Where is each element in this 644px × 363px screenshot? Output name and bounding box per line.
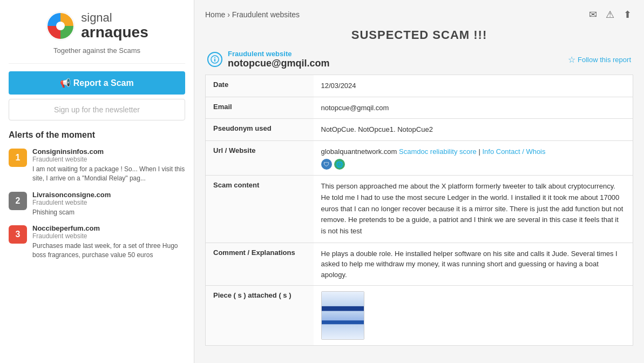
breadcrumb: Home › Fraudulent websites <box>205 10 300 19</box>
logo-text-block: signal arnaques <box>81 11 148 41</box>
alert-info: Livraisonconsigne.com Fraudulent website… <box>32 191 111 217</box>
date-label: Date <box>206 75 314 97</box>
alert-item[interactable]: 3 Noccibeperfum.com Fraudulent website P… <box>9 224 185 260</box>
alert-desc: I am not waiting for a package ! So... W… <box>32 165 185 183</box>
report-header: Fraudulent website notopcue@gmqil.com ☆ … <box>205 50 633 69</box>
scamdoc-link[interactable]: Scamdoc reliability score <box>399 147 477 156</box>
alert-icon[interactable]: ⚠ <box>604 9 616 21</box>
report-scam-button[interactable]: 📢 Report a Scam <box>9 71 185 95</box>
attachments-value <box>314 286 633 346</box>
breadcrumb-icons: ✉ ⚠ ⬆ <box>587 9 633 21</box>
comment-value: He plays a double role. He installed hel… <box>314 243 633 286</box>
info-contact-link[interactable]: Info Contact / Whois <box>482 147 545 156</box>
breadcrumb-bar: Home › Fraudulent websites ✉ ⚠ ⬆ <box>205 9 633 21</box>
logo-area: signal arnaques Together against the Sca… <box>9 11 185 64</box>
scam-content-label: Scam content <box>206 176 314 243</box>
logo-signal: signal <box>81 11 148 24</box>
attachment-thumbnail[interactable] <box>321 291 364 340</box>
alert-item[interactable]: 2 Livraisonconsigne.com Fraudulent websi… <box>9 191 185 217</box>
main-content: Home › Fraudulent websites ✉ ⚠ ⬆ SUSPECT… <box>194 0 644 363</box>
attachment-image <box>322 292 364 339</box>
alert-type: Fraudulent website <box>32 199 111 206</box>
report-type-label: Fraudulent website <box>228 50 330 58</box>
domain-text: globalquantnetwork.com <box>321 147 397 156</box>
date-value: 12/03/2024 <box>314 75 633 97</box>
share-icon[interactable]: ⬆ <box>621 9 633 21</box>
breadcrumb-separator: › <box>227 10 230 19</box>
alert-type: Fraudulent website <box>32 232 185 240</box>
alert-info: Noccibeperfum.com Fraudulent website Pur… <box>32 224 185 260</box>
star-icon: ☆ <box>568 55 575 65</box>
alert-item[interactable]: 1 Consigninsinfos.com Fraudulent website… <box>9 147 185 183</box>
alert-badge-1: 1 <box>9 149 27 167</box>
pseudonym-label: Pseudonym used <box>206 119 314 141</box>
table-row: Email notopcue@gmqil.com <box>206 97 633 119</box>
email-label: Email <box>206 97 314 119</box>
table-row: Piece ( s ) attached ( s ) <box>206 286 633 346</box>
alert-badge-2: 2 <box>9 192 27 210</box>
logo-arnaques: arnaques <box>81 24 148 41</box>
alert-badge-3: 3 <box>9 225 27 244</box>
svg-rect-4 <box>214 59 215 62</box>
alert-site: Livraisonconsigne.com <box>32 191 111 199</box>
breadcrumb-home[interactable]: Home <box>205 10 225 19</box>
alert-desc: Phishing scam <box>32 208 111 217</box>
globe-icon: 🌐 <box>334 159 345 170</box>
email-value: notopcue@gmqil.com <box>314 97 633 119</box>
url-label: Url / Website <box>206 140 314 176</box>
scam-detail-table: Date 12/03/2024 Email notopcue@gmqil.com… <box>205 75 633 346</box>
alert-site: Noccibeperfum.com <box>32 224 185 232</box>
attachments-label: Piece ( s ) attached ( s ) <box>206 286 314 346</box>
svg-point-3 <box>214 57 215 58</box>
breadcrumb-current: Fraudulent websites <box>232 10 300 19</box>
url-value: globalquantnetwork.com Scamdoc reliabili… <box>314 140 633 176</box>
alert-type: Fraudulent website <box>32 156 185 163</box>
table-row: Date 12/03/2024 <box>206 75 633 97</box>
newsletter-button[interactable]: Sign up for the newsletter <box>9 99 185 120</box>
table-row: Url / Website globalquantnetwork.com Sca… <box>206 140 633 176</box>
table-row: Scam content This person approached me a… <box>206 176 633 243</box>
logo-tagline: Together against the Scams <box>53 46 140 55</box>
report-meta: Fraudulent website notopcue@gmqil.com <box>228 50 330 69</box>
email-icon[interactable]: ✉ <box>587 9 599 21</box>
alert-desc: Purchases made last week, for a set of t… <box>32 241 185 260</box>
logo-row: signal arnaques <box>45 11 148 41</box>
follow-label: Follow this report <box>578 56 631 64</box>
logo-icon <box>45 11 76 41</box>
sidebar: signal arnaques Together against the Sca… <box>0 0 194 363</box>
alerts-section: Alerts of the moment 1 Consigninsinfos.c… <box>9 130 185 260</box>
follow-report-button[interactable]: ☆ Follow this report <box>568 55 631 65</box>
svg-point-1 <box>56 22 65 30</box>
table-row: Comment / Explanations He plays a double… <box>206 243 633 286</box>
report-header-left: Fraudulent website notopcue@gmqil.com <box>207 50 330 69</box>
alert-site: Consigninsinfos.com <box>32 147 185 156</box>
shield-icon: 🛡 <box>321 159 332 170</box>
site-icons: 🛡 🌐 <box>321 159 626 170</box>
report-email: notopcue@gmqil.com <box>228 58 330 69</box>
fraudulent-website-icon <box>207 52 222 67</box>
alerts-title: Alerts of the moment <box>9 130 185 140</box>
pseudonym-value: NotOpCue. NotOpcue1. NotopCue2 <box>314 119 633 141</box>
comment-label: Comment / Explanations <box>206 243 314 286</box>
table-row: Pseudonym used NotOpCue. NotOpcue1. Noto… <box>206 119 633 141</box>
scam-content-value: This person approached me about the X pl… <box>314 176 633 243</box>
alert-info: Consigninsinfos.com Fraudulent website I… <box>32 147 185 183</box>
page-title: SUSPECTED SCAM !!! <box>205 28 633 42</box>
